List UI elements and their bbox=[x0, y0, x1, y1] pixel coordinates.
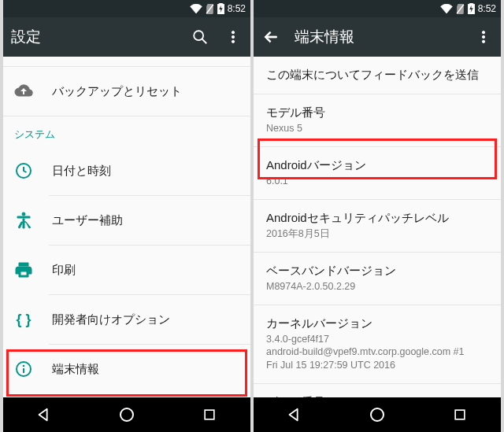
svg-rect-13 bbox=[23, 368, 24, 373]
row-security-patch[interactable]: Androidセキュリティパッチレベル 2016年8月5日 bbox=[254, 200, 501, 252]
overflow-menu-icon[interactable] bbox=[474, 28, 493, 46]
item-title: Androidセキュリティパッチレベル bbox=[266, 211, 488, 226]
row-kernel[interactable]: カーネルバージョン 3.4.0-gcef4f17 android-build@v… bbox=[254, 305, 501, 384]
status-bar: 8:52 bbox=[254, 0, 501, 17]
nav-home-icon[interactable] bbox=[367, 404, 387, 425]
print-icon bbox=[14, 260, 33, 279]
action-bar: 端末情報 bbox=[254, 17, 501, 57]
back-icon[interactable] bbox=[261, 28, 280, 46]
status-time: 8:52 bbox=[228, 3, 246, 14]
page-title: 設定 bbox=[11, 27, 176, 47]
item-value: M8974A-2.0.50.2.29 bbox=[266, 280, 488, 294]
nav-recent-icon[interactable] bbox=[199, 404, 220, 425]
row-date-time[interactable]: 日付と時刻 bbox=[3, 146, 250, 195]
action-bar: 設定 bbox=[3, 17, 250, 57]
row-model-number[interactable]: モデル番号 Nexus 5 bbox=[254, 94, 501, 146]
svg-point-23 bbox=[371, 408, 384, 421]
row-label: 端末情報 bbox=[52, 362, 99, 377]
row-backup-reset[interactable]: バックアップとリセット bbox=[3, 67, 250, 116]
navigation-bar bbox=[3, 397, 250, 432]
row-accessibility[interactable]: ユーザー補助 bbox=[3, 196, 250, 245]
settings-list[interactable]: バックアップとリセット システム 日付と時刻 ユーザー補助 bbox=[3, 57, 250, 397]
item-value: 2016年8月5日 bbox=[266, 227, 488, 241]
search-icon[interactable] bbox=[191, 28, 209, 46]
wifi-icon bbox=[440, 4, 453, 13]
row-printing[interactable]: 印刷 bbox=[3, 246, 250, 294]
item-title: ビルド番号 bbox=[266, 395, 488, 397]
item-title: この端末についてフィードバックを送信 bbox=[266, 68, 488, 83]
about-list[interactable]: この端末についてフィードバックを送信 モデル番号 Nexus 5 Android… bbox=[254, 57, 501, 397]
row-send-feedback[interactable]: この端末についてフィードバックを送信 bbox=[254, 57, 501, 94]
nav-back-icon[interactable] bbox=[284, 404, 305, 425]
phone-about: 8:52 端末情報 この端末についてフィードバックを送信 モデル番号 Nexus… bbox=[254, 0, 501, 432]
svg-point-10 bbox=[22, 212, 25, 216]
clock-icon bbox=[14, 161, 33, 180]
svg-point-20 bbox=[482, 31, 484, 34]
svg-point-4 bbox=[194, 31, 203, 40]
row-baseband[interactable]: ベースバンドバージョン M8974A-2.0.50.2.29 bbox=[254, 253, 501, 305]
page-title: 端末情報 bbox=[295, 27, 460, 47]
svg-rect-2 bbox=[219, 3, 222, 5]
svg-rect-24 bbox=[455, 410, 465, 419]
row-label: ユーザー補助 bbox=[52, 213, 123, 228]
nav-back-icon[interactable] bbox=[34, 404, 54, 425]
nav-recent-icon[interactable] bbox=[450, 404, 470, 425]
svg-rect-18 bbox=[469, 3, 472, 5]
code-braces-icon: { } bbox=[14, 310, 33, 329]
info-icon bbox=[14, 360, 33, 378]
row-developer-options[interactable]: { } 開発者向けオプション bbox=[3, 295, 250, 344]
item-title: カーネルバージョン bbox=[266, 316, 488, 331]
svg-point-12 bbox=[23, 365, 25, 367]
no-sim-icon bbox=[456, 4, 465, 14]
svg-point-8 bbox=[232, 40, 234, 42]
navigation-bar bbox=[254, 397, 501, 432]
svg-point-7 bbox=[232, 35, 234, 38]
status-bar: 8:52 bbox=[3, 0, 250, 17]
item-title: Androidバージョン bbox=[266, 158, 488, 173]
svg-point-22 bbox=[482, 40, 484, 42]
row-about-phone[interactable]: 端末情報 bbox=[3, 345, 250, 393]
phone-settings: 8:52 設定 バックアップとリセット システム bbox=[3, 0, 250, 432]
overflow-menu-icon[interactable] bbox=[224, 28, 243, 46]
accessibility-icon bbox=[14, 211, 33, 230]
battery-charging-icon bbox=[468, 3, 475, 14]
svg-point-14 bbox=[120, 408, 133, 421]
svg-rect-15 bbox=[205, 410, 214, 419]
row-android-version[interactable]: Androidバージョン 6.0.1 bbox=[254, 147, 501, 199]
battery-charging-icon bbox=[217, 3, 224, 14]
svg-point-21 bbox=[482, 35, 484, 38]
item-value: Nexus 5 bbox=[266, 122, 488, 135]
cloud-upload-icon bbox=[14, 82, 33, 101]
item-title: モデル番号 bbox=[266, 105, 488, 120]
section-system: システム bbox=[3, 116, 250, 146]
status-time: 8:52 bbox=[478, 3, 496, 14]
no-sim-icon bbox=[206, 4, 214, 14]
svg-line-5 bbox=[202, 39, 207, 44]
row-label: 印刷 bbox=[52, 263, 76, 278]
row-label: バックアップとリセット bbox=[52, 84, 182, 99]
row-label: 開発者向けオプション bbox=[52, 312, 170, 327]
wifi-icon bbox=[190, 4, 202, 13]
nav-home-icon[interactable] bbox=[117, 404, 137, 425]
svg-point-6 bbox=[232, 31, 234, 34]
item-title: ベースバンドバージョン bbox=[266, 264, 488, 279]
item-value: 3.4.0-gcef4f17 android-build@vpef9.mtv.c… bbox=[266, 333, 488, 373]
row-build-number[interactable]: ビルド番号 MOB30Y bbox=[254, 384, 501, 397]
item-value: 6.0.1 bbox=[266, 175, 488, 188]
row-label: 日付と時刻 bbox=[52, 164, 111, 179]
